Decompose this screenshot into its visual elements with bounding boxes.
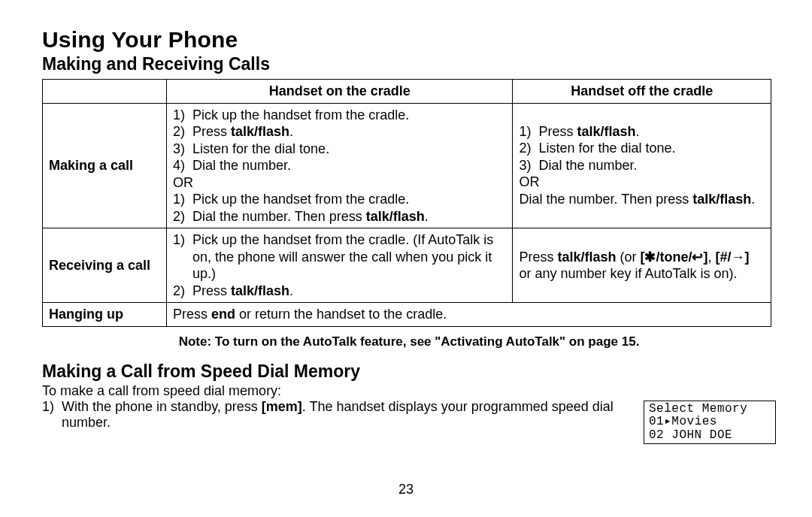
manual-page: Using Your Phone Making and Receiving Ca…: [0, 0, 812, 517]
list-txt: Dial the number.: [192, 157, 409, 174]
receiving-on-cradle: 1)Pick up the handset from the cradle. (…: [167, 228, 513, 303]
section-heading-speed-dial: Making a Call from Speed Dial Memory: [42, 361, 776, 382]
list-num: 1): [173, 191, 192, 208]
page-number: 23: [0, 482, 812, 497]
making-off-cradle: 1)Press talk/flash. 2)Listen for the dia…: [513, 103, 771, 228]
col-off-cradle: Handset off the cradle: [513, 80, 771, 104]
hangup-text: Press end or return the handset to the c…: [167, 303, 771, 327]
list-txt: With the phone in standby, press [mem]. …: [62, 399, 635, 431]
or-text: OR: [173, 174, 506, 192]
making-on-cradle: 1)Pick up the handset from the cradle. 2…: [167, 103, 513, 228]
list-num: 1): [173, 231, 192, 283]
list-txt: Press talk/flash.: [192, 283, 506, 300]
calls-table: Handset on the cradle Handset off the cr…: [42, 79, 771, 327]
speed-dial-intro: To make a call from speed dial memory:: [42, 383, 776, 399]
col-on-cradle: Handset on the cradle: [167, 80, 513, 104]
row-receiving-call: Receiving a call 1)Pick up the handset f…: [43, 228, 771, 303]
section-heading-calls: Making and Receiving Calls: [42, 54, 776, 74]
label-receiving-call: Receiving a call: [43, 228, 167, 303]
autotalk-note: Note: To turn on the AutoTalk feature, s…: [42, 334, 776, 349]
list-num: 2): [173, 208, 192, 225]
page-title: Using Your Phone: [42, 27, 776, 53]
list-txt: Dial the number. Then press talk/flash.: [192, 208, 429, 225]
list-num: 1): [173, 107, 192, 124]
speed-dial-step: 1) With the phone in standby, press [mem…: [42, 399, 635, 431]
list-txt: Pick up the handset from the cradle. (If…: [192, 231, 506, 283]
row-hanging-up: Hanging up Press end or return the hands…: [43, 303, 771, 327]
list-num: 4): [173, 157, 192, 174]
label-hanging-up: Hanging up: [43, 303, 167, 327]
list-txt: Dial the number.: [538, 157, 675, 174]
list-num: 1): [519, 123, 538, 141]
list-txt: Press talk/flash.: [192, 123, 409, 141]
list-txt: Pick up the handset from the cradle.: [192, 107, 409, 124]
list-num: 2): [519, 140, 538, 157]
list-num: 2): [173, 283, 192, 300]
list-num: 1): [42, 399, 62, 431]
or-text: OR: [519, 174, 765, 191]
list-txt: Pick up the handset from the cradle.: [192, 191, 429, 208]
table-header-row: Handset on the cradle Handset off the cr…: [43, 80, 771, 104]
receiving-off-cradle: Press talk/flash (or [✱/tone/↩], [#/→] o…: [513, 228, 771, 303]
list-txt: Press talk/flash.: [538, 123, 675, 141]
col-blank: [43, 80, 167, 104]
list-num: 2): [173, 123, 192, 141]
list-txt: Listen for the dial tone.: [192, 141, 409, 158]
list-num: 3): [173, 141, 192, 158]
list-txt: Listen for the dial tone.: [538, 140, 675, 157]
label-making-call: Making a call: [43, 103, 167, 228]
off-tail: Dial the number. Then press talk/flash.: [519, 191, 765, 208]
row-making-call: Making a call 1)Pick up the handset from…: [43, 103, 771, 228]
list-num: 3): [519, 157, 538, 174]
lcd-display: Select Memory 01▸Movies 02 JOHN DOE: [644, 401, 776, 445]
